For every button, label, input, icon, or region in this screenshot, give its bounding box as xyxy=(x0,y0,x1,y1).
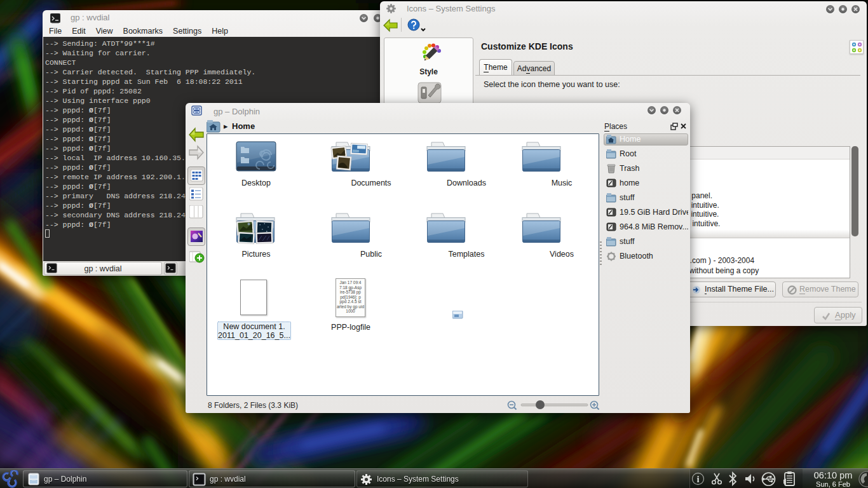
svg-text:i: i xyxy=(696,474,699,484)
